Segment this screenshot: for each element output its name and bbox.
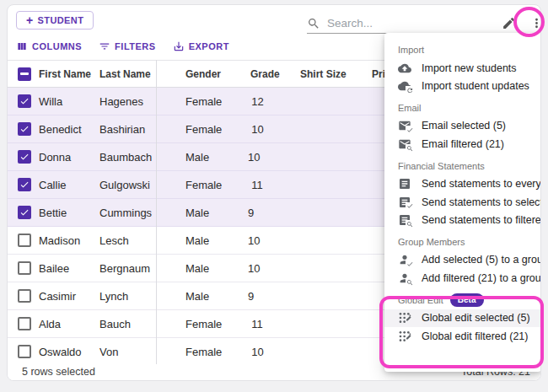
col-header-first-name[interactable]: First Name xyxy=(39,68,99,80)
row-checkbox[interactable] xyxy=(18,345,31,358)
rows-selected-status: 5 rows selected xyxy=(22,366,95,378)
person-check-icon xyxy=(398,253,411,266)
grid-edit-icon xyxy=(398,311,411,325)
row-checkbox[interactable] xyxy=(18,317,31,330)
cell-grade: 9 xyxy=(218,290,298,303)
cell-first-name: Alda xyxy=(39,318,99,330)
menu-item-add-filtered-to-group[interactable]: Add filtered (21) to a group xyxy=(384,269,541,287)
cell-last-name: Von xyxy=(99,346,156,358)
cell-grade: 11 xyxy=(222,179,301,191)
cell-grade: 12 xyxy=(222,95,301,108)
menu-item-label: Add filtered (21) to a group xyxy=(422,272,541,284)
menu-section-global-edit: Global Edit Beta xyxy=(384,287,541,309)
cloud-upload-icon xyxy=(398,62,411,75)
cell-last-name: Baumbach xyxy=(99,151,156,164)
cell-last-name: Hagenes xyxy=(99,95,156,108)
document-check-icon xyxy=(398,196,411,209)
row-checkbox[interactable] xyxy=(18,289,31,303)
document-search-icon xyxy=(398,213,411,227)
col-header-last-name[interactable]: Last Name xyxy=(99,68,156,80)
search-input[interactable] xyxy=(327,17,499,30)
add-student-label: STUDENT xyxy=(38,15,84,25)
cell-last-name: Gulgowski xyxy=(99,179,156,191)
cell-gender: Male xyxy=(156,262,218,275)
cell-gender: Female xyxy=(156,123,222,136)
row-checkbox[interactable] xyxy=(18,94,31,108)
menu-item-send-statements-selected[interactable]: Send statements to selected (5) xyxy=(384,193,541,211)
menu-item-label: Email filtered (21) xyxy=(422,138,504,150)
menu-item-label: Import student updates xyxy=(422,80,529,92)
plus-icon: + xyxy=(26,14,34,26)
kebab-menu-icon[interactable] xyxy=(529,16,541,31)
menu-item-send-statements-filtered[interactable]: Send statements to filtered (21) xyxy=(384,211,541,228)
menu-section-email: Email xyxy=(384,95,541,117)
beta-badge: Beta xyxy=(450,293,484,307)
menu-item-add-selected-to-group[interactable]: Add selected (5) to a group xyxy=(384,251,541,269)
col-header-grade[interactable]: Grade xyxy=(221,68,300,80)
menu-item-email-selected[interactable]: Email selected (5) xyxy=(384,117,541,135)
row-checkbox[interactable] xyxy=(18,234,31,247)
menu-item-import-new-students[interactable]: Import new students xyxy=(384,59,541,77)
select-all-checkbox[interactable] xyxy=(18,67,31,81)
col-header-shirt-size[interactable]: Shirt Size xyxy=(300,68,372,80)
row-checkbox[interactable] xyxy=(18,150,31,164)
cell-gender: Male xyxy=(156,234,218,247)
export-label: EXPORT xyxy=(189,41,229,51)
cell-last-name: Bergnaum xyxy=(99,262,156,275)
columns-button[interactable]: COLUMNS xyxy=(16,39,82,54)
columns-label: COLUMNS xyxy=(32,41,82,51)
cell-grade: 10 xyxy=(222,123,301,136)
menu-item-label: Add selected (5) to a group xyxy=(422,254,541,266)
search-box[interactable] xyxy=(307,13,499,34)
row-checkbox[interactable] xyxy=(18,261,31,275)
row-checkbox[interactable] xyxy=(18,178,31,191)
cell-grade: 9 xyxy=(218,207,298,219)
row-checkbox[interactable] xyxy=(18,122,31,136)
cell-first-name: Willa xyxy=(39,95,99,108)
cell-gender: Female xyxy=(156,346,222,358)
cloud-sync-icon xyxy=(398,79,411,93)
filters-button[interactable]: FILTERS xyxy=(99,39,156,54)
export-button[interactable]: EXPORT xyxy=(173,39,229,54)
person-search-icon xyxy=(398,271,411,285)
cell-grade: 10 xyxy=(218,151,298,164)
menu-item-email-filtered[interactable]: Email filtered (21) xyxy=(384,135,541,153)
cell-first-name: Donna xyxy=(39,151,99,164)
cell-gender: Male xyxy=(156,207,218,219)
cell-grade: 11 xyxy=(222,318,301,330)
cell-last-name: Bauch xyxy=(99,318,156,330)
table-toolbar: COLUMNS FILTERS EXPORT xyxy=(16,39,229,54)
menu-item-label: Send statements to everyone xyxy=(422,178,541,190)
grid-edit-icon xyxy=(398,330,411,343)
filters-label: FILTERS xyxy=(115,41,156,51)
col-header-gender[interactable]: Gender xyxy=(156,68,221,80)
cell-last-name: Lesch xyxy=(99,234,156,247)
cell-last-name: Bashirian xyxy=(99,123,156,136)
search-icon xyxy=(307,17,320,30)
actions-dropdown-menu: Import Import new students Import studen… xyxy=(384,33,541,372)
filter-icon xyxy=(99,40,110,52)
menu-item-label: Import new students xyxy=(422,62,517,74)
menu-section-import: Import xyxy=(384,37,541,59)
menu-item-import-student-updates[interactable]: Import student updates xyxy=(384,77,541,94)
pinned-columns-divider xyxy=(156,60,157,366)
cell-gender: Male xyxy=(156,151,218,164)
cell-first-name: Bailee xyxy=(39,262,99,275)
cell-first-name: Benedict xyxy=(39,123,99,136)
cell-first-name: Casimir xyxy=(39,290,99,303)
cell-first-name: Callie xyxy=(39,179,99,191)
cell-gender: Female xyxy=(156,318,222,330)
cell-grade: 10 xyxy=(218,262,298,275)
student-table-card: + STUDENT COLUMNS FILTERS EXPORT Firs xyxy=(7,4,541,381)
row-checkbox[interactable] xyxy=(18,206,31,219)
menu-item-global-edit-filtered[interactable]: Global edit filtered (21) xyxy=(384,327,541,345)
menu-item-global-edit-selected[interactable]: Global edit selected (5) xyxy=(384,309,541,327)
cell-last-name: Lynch xyxy=(99,290,156,303)
menu-item-label: Send statements to selected (5) xyxy=(422,196,541,208)
cell-gender: Female xyxy=(156,179,222,191)
menu-item-send-statements-everyone[interactable]: Send statements to everyone xyxy=(384,175,541,193)
edit-pencil-icon[interactable] xyxy=(502,16,517,31)
add-student-button[interactable]: + STUDENT xyxy=(16,11,94,30)
columns-icon xyxy=(16,40,28,52)
menu-item-label: Global edit selected (5) xyxy=(422,312,530,324)
